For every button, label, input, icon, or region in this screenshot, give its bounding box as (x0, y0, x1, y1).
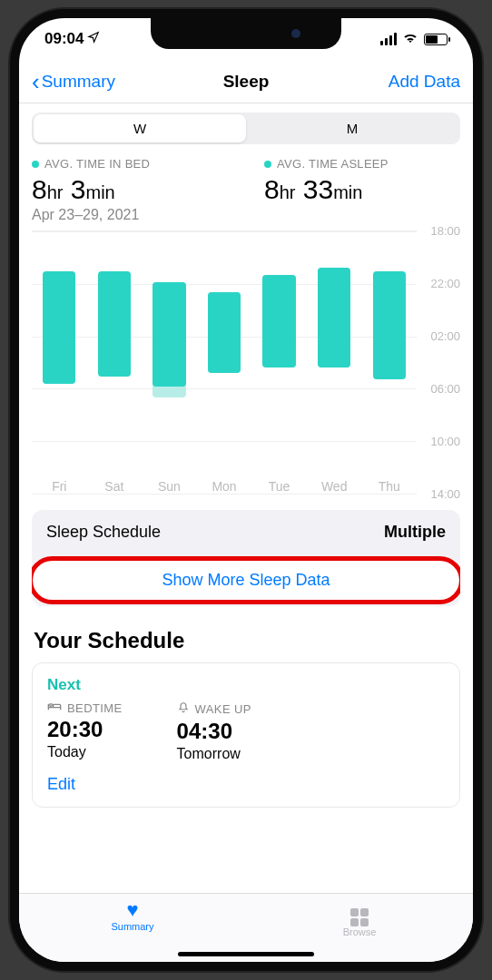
stat-time-in-bed: AVG. TIME IN BED 8hr 3min (32, 157, 228, 205)
tab-browse[interactable]: Browse (246, 899, 473, 937)
x-axis-label: Fri (32, 479, 87, 494)
y-axis-label: 02:00 (430, 329, 460, 343)
schedule-card: Next BEDTIME 20:30 Today (32, 662, 460, 808)
page-title: Sleep (223, 72, 270, 92)
stat-label-inbed: AVG. TIME IN BED (44, 157, 150, 171)
x-axis-label: Mon (197, 479, 252, 494)
bar-asleep (208, 292, 241, 373)
date-range: Apr 23–29, 2021 (32, 207, 460, 223)
asleep-hr: 8 (264, 174, 280, 204)
location-icon (87, 30, 100, 48)
add-data-button[interactable]: Add Data (389, 72, 460, 92)
x-axis-label: Wed (307, 479, 362, 494)
segment-month[interactable]: M (246, 114, 458, 142)
bedtime-label: BEDTIME (67, 701, 123, 715)
battery-icon (424, 34, 448, 45)
inbed-hr: 8 (32, 174, 47, 204)
x-axis-label: Sun (142, 479, 197, 494)
grid-icon (246, 899, 473, 926)
sleep-schedule-title: Sleep Schedule (46, 523, 161, 542)
x-axis-label: Tue (251, 479, 307, 494)
segmented-control: W M (32, 113, 460, 144)
heart-icon: ♥ (19, 899, 246, 921)
y-axis-label: 06:00 (430, 382, 460, 396)
asleep-min: 33 (303, 174, 333, 204)
sleep-schedule-card[interactable]: Sleep Schedule Multiple Show More Sleep … (32, 510, 460, 606)
back-button[interactable]: ‹ Summary (32, 70, 115, 93)
back-label: Summary (42, 72, 115, 92)
sleep-chart[interactable]: 18:0022:0002:0006:0010:0014:00 FriSatSun… (32, 230, 460, 494)
bed-icon (47, 701, 62, 715)
chevron-left-icon: ‹ (32, 70, 40, 93)
bedtime-sub: Today (47, 744, 123, 760)
wake-label: WAKE UP (195, 702, 251, 716)
y-axis-label: 18:00 (430, 224, 460, 238)
bar-asleep (262, 275, 295, 367)
x-axis-label: Thu (361, 479, 417, 494)
home-indicator[interactable] (178, 952, 314, 956)
bar-asleep (98, 271, 131, 377)
sleep-schedule-value: Multiple (384, 523, 446, 542)
bell-icon (177, 701, 190, 717)
dot-icon (264, 161, 271, 168)
inbed-min: 3 (71, 174, 86, 204)
bar-asleep (153, 282, 185, 387)
wake-value: 04:30 (177, 719, 251, 744)
status-time: 09:04 (44, 30, 84, 48)
bedtime-block: BEDTIME 20:30 Today (47, 701, 123, 762)
segment-week[interactable]: W (34, 114, 246, 142)
tab-summary-label: Summary (19, 921, 246, 932)
wifi-icon (402, 30, 418, 48)
stat-time-asleep: AVG. TIME ASLEEP 8hr 33min (264, 157, 460, 205)
stat-label-asleep: AVG. TIME ASLEEP (277, 157, 389, 171)
show-more-sleep-data-button[interactable]: Show More Sleep Data (34, 560, 458, 601)
dot-icon (32, 161, 39, 168)
y-axis-label: 10:00 (430, 435, 460, 448)
cellular-icon (380, 33, 397, 45)
next-label: Next (47, 676, 445, 694)
bedtime-value: 20:30 (47, 717, 123, 742)
x-axis-label: Sat (87, 479, 143, 494)
wakeup-block: WAKE UP 04:30 Tomorrow (177, 701, 251, 762)
edit-schedule-button[interactable]: Edit (47, 775, 445, 794)
tab-summary[interactable]: ♥ Summary (19, 899, 246, 932)
bar-asleep (373, 271, 406, 379)
bar-asleep (43, 271, 75, 384)
your-schedule-heading: Your Schedule (34, 628, 458, 653)
tab-browse-label: Browse (246, 926, 473, 937)
y-axis-label: 14:00 (430, 487, 460, 501)
bar-asleep (318, 268, 350, 367)
y-axis-label: 22:00 (430, 277, 460, 290)
wake-sub: Tomorrow (177, 746, 251, 762)
nav-bar: ‹ Summary Sleep Add Data (19, 60, 473, 103)
